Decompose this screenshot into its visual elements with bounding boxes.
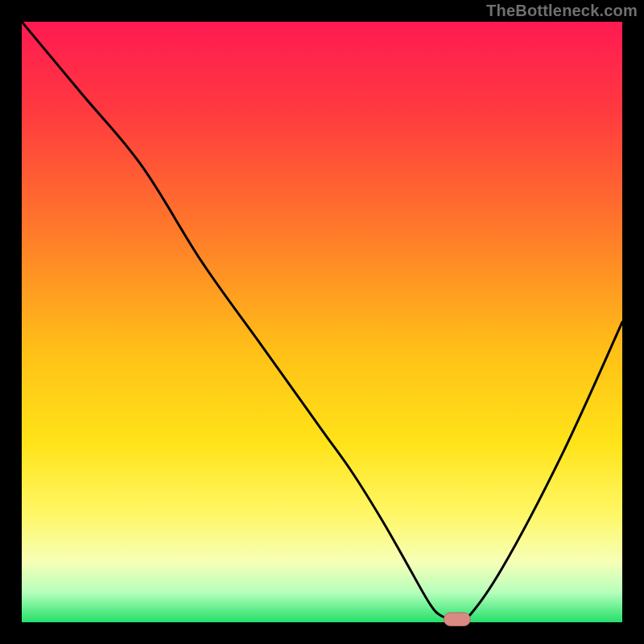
- plot-background: [22, 22, 622, 622]
- bottleneck-chart: [0, 0, 644, 644]
- optimal-marker: [444, 613, 470, 625]
- attribution-label: TheBottleneck.com: [486, 2, 638, 20]
- chart-stage: TheBottleneck.com: [0, 0, 644, 644]
